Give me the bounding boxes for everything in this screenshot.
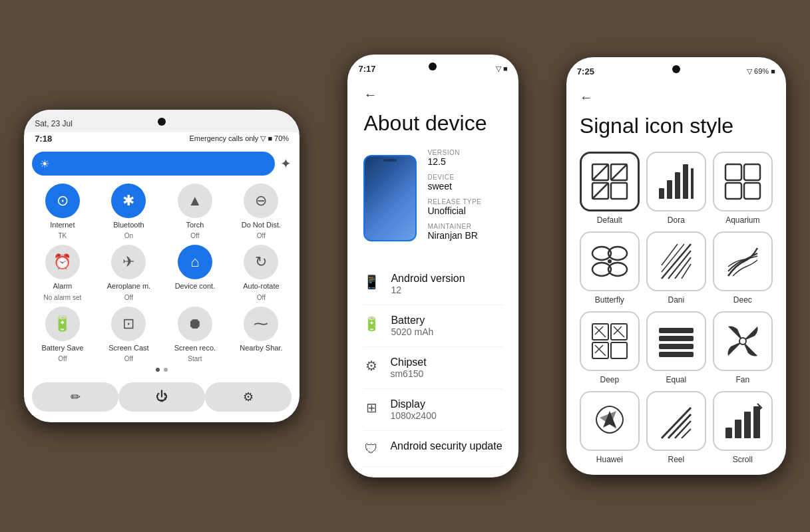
signal-icon-equal[interactable]: [646, 311, 706, 371]
signal-icon-deec[interactable]: [713, 231, 773, 291]
signal-icon-reel[interactable]: [646, 391, 706, 451]
svg-rect-48: [744, 412, 751, 438]
qs-sublabel-bluetooth: On: [124, 232, 133, 239]
qs-tile-alarm[interactable]: ⏰ Alarm No alarm set: [32, 245, 93, 301]
signal-style-dani[interactable]: Dani: [646, 231, 706, 305]
signal-icon-dora[interactable]: [646, 152, 706, 211]
qs-label-alarm: Alarm: [53, 282, 73, 291]
signal-style-dora[interactable]: Dora: [646, 152, 706, 225]
signal-icon-fan[interactable]: [713, 311, 773, 371]
svg-rect-12: [725, 164, 741, 180]
release-type-value: Unofficial: [427, 205, 502, 216]
qs-btn-autorotate[interactable]: ↻: [244, 245, 278, 279]
spec-chipset[interactable]: ⚙ Chipset sm6150: [363, 347, 502, 389]
qs-sublabel-alarm: No alarm set: [44, 294, 82, 301]
device-info-version: VERSION 12.5: [427, 149, 502, 167]
settings-button[interactable]: ⚙: [205, 382, 292, 412]
qs-sublabel-battery-save: Off: [58, 355, 67, 362]
screencast-icon: ⊡: [122, 315, 134, 332]
qs-btn-battery-save[interactable]: 🔋: [45, 307, 80, 341]
signal-icon-deep[interactable]: [580, 311, 640, 371]
power-button[interactable]: ⏻: [118, 382, 205, 412]
device-label: DEVICE: [427, 174, 502, 181]
qs-btn-screen-record[interactable]: ⏺: [178, 307, 212, 341]
signal-style-default[interactable]: Default: [580, 152, 640, 225]
qs-btn-bluetooth[interactable]: ✱: [111, 184, 146, 218]
version-value: 12.5: [427, 156, 502, 167]
svg-rect-38: [659, 336, 694, 341]
qs-btn-torch[interactable]: ▲: [178, 184, 212, 218]
signal-label-huawei: Huawei: [596, 455, 623, 464]
qs-tile-device-control[interactable]: ⌂ Device cont.: [164, 245, 226, 301]
screen-record-icon: ⏺: [188, 315, 202, 332]
qs-tile-nearby-share[interactable]: ⁓ Nearby Shar.: [231, 307, 292, 362]
qs-btn-internet[interactable]: ⊙: [45, 184, 80, 218]
qs-btn-nearby-share[interactable]: ⁓: [244, 307, 278, 341]
signal-icon-butterfly[interactable]: [580, 231, 640, 291]
qs-btn-screencast[interactable]: ⊡: [111, 307, 146, 341]
qs-tile-internet[interactable]: ⊙ Internet TK: [32, 184, 93, 239]
punch-hole-p2: [429, 63, 437, 70]
signal-icon-scroll[interactable]: [713, 391, 773, 451]
qs-label-torch: Torch: [186, 221, 204, 229]
spec-security-update[interactable]: 🛡 Android security update: [363, 431, 502, 467]
qs-tile-screencast[interactable]: ⊡ Screen Cast Off: [99, 307, 160, 362]
spec-security-name: Android security update: [390, 440, 502, 452]
reel-signal-svg: [656, 401, 696, 441]
svg-rect-13: [744, 164, 760, 180]
qs-tile-bluetooth[interactable]: ✱ Bluetooth On: [99, 184, 160, 239]
spec-android-version[interactable]: 📱 Android version 12: [363, 263, 502, 305]
signal-style-equal[interactable]: Equal: [646, 311, 706, 384]
back-button-p2[interactable]: ←: [363, 87, 502, 102]
signal-style-deep[interactable]: Deep: [580, 311, 640, 384]
qs-tile-torch[interactable]: ▲ Torch Off: [164, 184, 226, 239]
spec-battery[interactable]: 🔋 Battery 5020 mAh: [363, 305, 502, 347]
equal-signal-svg: [656, 321, 696, 361]
qs-tile-battery-save[interactable]: 🔋 Battery Save Off: [32, 307, 93, 362]
about-device-screen: ← About device VERSION 12.5 DEVICE sweet…: [347, 76, 518, 477]
page-dots: [32, 368, 292, 372]
edit-button[interactable]: ✏: [32, 382, 118, 412]
signal-label-dani: Dani: [668, 295, 685, 305]
signal-style-scroll[interactable]: Scroll: [713, 391, 773, 464]
brightness-row: ☀ ✦: [32, 152, 292, 176]
signal-icon-default[interactable]: [580, 152, 640, 211]
signal-style-huawei[interactable]: Huawei: [580, 391, 640, 464]
qs-tile-dnd[interactable]: ⊖ Do Not Dist. Off: [231, 184, 292, 239]
nearby-share-icon: ⁓: [254, 315, 268, 332]
qs-btn-alarm[interactable]: ⏰: [45, 245, 80, 279]
android-icon: 📱: [363, 274, 380, 290]
signal-style-butterfly[interactable]: Butterfly: [580, 231, 640, 305]
signal-style-aquarium[interactable]: Aquarium: [713, 152, 773, 225]
signal-style-deec[interactable]: Deec: [713, 231, 773, 305]
qs-tile-aeroplane[interactable]: ✈ Aeroplane m. Off: [99, 245, 160, 301]
signal-style-reel[interactable]: Reel: [646, 391, 706, 464]
chipset-icon: ⚙: [363, 358, 379, 374]
brightness-bar[interactable]: ☀: [32, 152, 275, 176]
signal-icon-huawei[interactable]: [580, 391, 640, 451]
aquarium-signal-svg: [723, 162, 763, 201]
svg-rect-10: [683, 164, 688, 199]
phone1: Sat, 23 Jul 7:18 Emergency calls only ▽ …: [24, 110, 300, 422]
signal-label-scroll: Scroll: [733, 455, 753, 464]
svg-line-34: [595, 345, 606, 356]
phone2: 7:17 ▽ ■ ← About device VERSION 12.5 DEV…: [347, 55, 518, 477]
svg-point-20: [608, 259, 612, 263]
qs-btn-dnd[interactable]: ⊖: [244, 184, 278, 218]
qs-label-autorotate: Auto-rotate: [243, 282, 279, 291]
svg-line-3: [611, 164, 627, 180]
qs-tile-autorotate[interactable]: ↻ Auto-rotate Off: [231, 245, 292, 301]
qs-btn-aeroplane[interactable]: ✈: [111, 245, 146, 279]
back-button-p3[interactable]: ←: [580, 90, 773, 105]
signal-style-grid: Default Dora: [580, 152, 773, 464]
device-info-release-type: RELEASE TYPE Unofficial: [427, 198, 502, 216]
qs-tile-screen-record[interactable]: ⏺ Screen reco. Start: [164, 307, 226, 362]
signal-icon-aquarium[interactable]: [713, 152, 773, 211]
qs-btn-device-control[interactable]: ⌂: [178, 245, 212, 279]
signal-style-fan[interactable]: Fan: [713, 311, 773, 384]
version-label: VERSION: [427, 149, 502, 156]
dora-signal-svg: [656, 162, 696, 201]
spec-display[interactable]: ⊞ Display 1080x2400: [363, 389, 502, 431]
spec-android-value: 12: [391, 285, 465, 295]
signal-icon-dani[interactable]: [646, 231, 706, 291]
